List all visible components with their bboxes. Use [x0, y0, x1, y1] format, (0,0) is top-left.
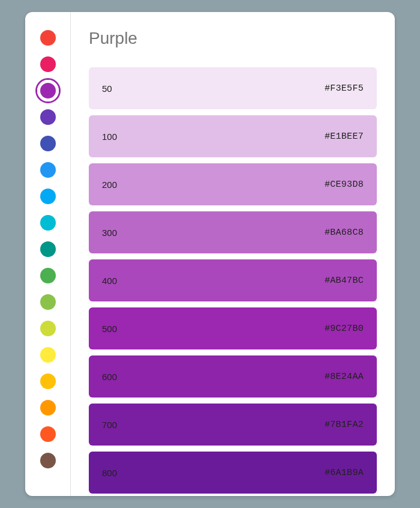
palette-card: Purple 50#F3E5F5100#E1BEE7200#CE93D8300#… — [25, 12, 395, 496]
shade-label: 600 — [102, 372, 117, 382]
shade-label: 200 — [102, 180, 117, 190]
swatch-yellow[interactable] — [40, 347, 56, 363]
page-title: Purple — [89, 29, 377, 48]
swatch-blue[interactable] — [40, 162, 56, 178]
swatch-lime[interactable] — [40, 321, 56, 336]
shade-row[interactable]: 600#8E24AA — [89, 355, 377, 398]
shade-hex: #6A1B9A — [325, 468, 364, 478]
shade-row[interactable]: 500#9C27B0 — [89, 307, 377, 349]
shade-row[interactable]: 100#E1BEE7 — [89, 115, 377, 157]
main-panel: Purple 50#F3E5F5100#E1BEE7200#CE93D8300#… — [71, 12, 395, 496]
shade-hex: #7B1FA2 — [325, 420, 364, 430]
shade-row[interactable]: 50#F3E5F5 — [89, 67, 377, 109]
swatch-deep-orange[interactable] — [40, 426, 56, 442]
swatch-pink[interactable] — [40, 56, 56, 72]
shade-label: 500 — [102, 324, 117, 334]
swatch-orange[interactable] — [40, 400, 56, 416]
shade-hex: #F3E5F5 — [325, 83, 364, 94]
shade-hex: #AB47BC — [325, 276, 364, 286]
shade-row[interactable]: 700#7B1FA2 — [89, 404, 377, 446]
shade-label: 50 — [102, 83, 112, 94]
shade-label: 100 — [102, 132, 117, 142]
swatch-deep-purple[interactable] — [40, 109, 56, 125]
shade-label: 300 — [102, 228, 117, 238]
shade-hex: #CE93D8 — [325, 180, 364, 190]
shade-row[interactable]: 200#CE93D8 — [89, 163, 377, 205]
swatch-amber[interactable] — [40, 373, 56, 389]
shade-label: 700 — [102, 420, 117, 430]
color-sidebar — [25, 12, 71, 496]
swatch-brown[interactable] — [40, 453, 56, 468]
swatch-cyan[interactable] — [40, 215, 56, 231]
shade-hex: #9C27B0 — [325, 324, 364, 334]
shade-hex: #BA68C8 — [325, 228, 364, 238]
swatch-purple[interactable] — [40, 83, 56, 98]
shade-row[interactable]: 800#6A1B9A — [89, 452, 377, 494]
swatch-light-green[interactable] — [40, 294, 56, 310]
swatch-teal[interactable] — [40, 241, 56, 257]
swatch-green[interactable] — [40, 268, 56, 283]
swatch-indigo[interactable] — [40, 136, 56, 151]
shade-row[interactable]: 300#BA68C8 — [89, 211, 377, 253]
swatch-light-blue[interactable] — [40, 189, 56, 204]
shade-hex: #8E24AA — [325, 372, 364, 382]
shade-row[interactable]: 400#AB47BC — [89, 259, 377, 301]
shade-hex: #E1BEE7 — [325, 132, 364, 142]
shade-label: 400 — [102, 276, 117, 286]
shade-label: 800 — [102, 468, 117, 478]
shade-list: 50#F3E5F5100#E1BEE7200#CE93D8300#BA68C84… — [89, 67, 377, 494]
swatch-red[interactable] — [40, 30, 56, 46]
